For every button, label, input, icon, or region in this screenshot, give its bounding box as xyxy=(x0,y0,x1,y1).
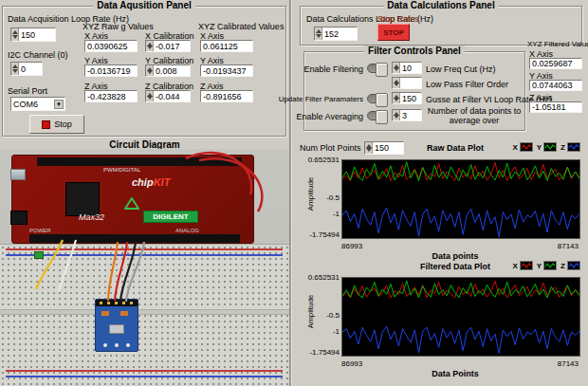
spinner-arrows-icon[interactable] xyxy=(146,65,154,76)
i2c-channel-input[interactable]: 0 xyxy=(10,62,43,76)
raw-values-header: XYZ Raw g Values xyxy=(83,22,154,31)
raw-x-value: 0.0390625 xyxy=(84,40,138,52)
calibrated-values-header: XYZ Calibrated Values xyxy=(198,22,284,31)
raw-data-chart xyxy=(341,159,580,239)
calc-loop-rate-input[interactable]: 152 xyxy=(314,27,358,41)
legend-entry-z[interactable]: Z xyxy=(560,261,580,270)
sensor-capacitor xyxy=(101,311,109,316)
chipkit-logo: chipKIT xyxy=(132,176,170,188)
raw-plot-legend: X Y Z xyxy=(512,142,580,152)
spinner-arrows-icon[interactable] xyxy=(11,63,19,75)
sensor-hole xyxy=(103,343,107,347)
legend-entry-y[interactable]: Y xyxy=(537,261,557,270)
enable-averaging-toggle[interactable] xyxy=(367,111,388,120)
avg-points-input[interactable]: 3 xyxy=(392,109,422,121)
acq-loop-rate-value: 150 xyxy=(21,30,35,40)
serial-port-dropdown[interactable]: COM6 ▼ xyxy=(10,97,65,111)
digilent-triangle-icon xyxy=(124,197,139,210)
raw-ytick-top: 0.652531 xyxy=(308,156,340,164)
raw-ytick-bot: -1.75494 xyxy=(309,230,340,239)
board-name-label: Max32 xyxy=(79,212,104,222)
enable-filtering-label: Enable Filtering xyxy=(303,64,363,74)
spinner-arrows-icon[interactable] xyxy=(146,91,154,101)
legend-entry-x[interactable]: X xyxy=(512,142,532,152)
max32-board: PWM/DIGITAL chipKIT Max32 DIGILENT POWER… xyxy=(11,155,254,244)
calculations-panel-title: Data Calculations Panel xyxy=(383,0,498,10)
sensor-pin xyxy=(115,302,118,304)
board-power-label: POWER xyxy=(29,228,51,233)
filtered-xlabel: Data Points xyxy=(379,369,531,378)
sensor-pin xyxy=(100,302,102,304)
spinner-arrows-icon[interactable] xyxy=(365,142,373,154)
stop-calcs-label: Stop Calcs xyxy=(377,14,419,24)
stop-acquisition-button[interactable]: Stop xyxy=(29,115,84,134)
filtered-ytick-top: 0.652531 xyxy=(308,273,340,282)
legend-swatch-y xyxy=(543,261,557,270)
power-jack xyxy=(10,211,28,225)
stop-button-label: Stop xyxy=(54,119,72,129)
spinner-arrows-icon[interactable] xyxy=(393,110,400,120)
spinner-arrows-icon[interactable] xyxy=(315,28,322,40)
filter-order-input[interactable] xyxy=(392,77,422,89)
pin-header-top xyxy=(37,157,242,166)
legend-swatch-x xyxy=(520,142,533,152)
breadboard-groove xyxy=(0,309,289,315)
spinner-arrows-icon[interactable] xyxy=(393,78,400,88)
update-params-label: Update Filter Paramaters xyxy=(279,95,363,103)
filtered-y-value: 0.0744063 xyxy=(529,80,582,91)
stop-calcs-button[interactable]: STOP xyxy=(377,24,410,41)
spinner-arrows-icon[interactable] xyxy=(393,93,400,103)
filtered-plot-legend: X Y Z xyxy=(512,261,580,270)
sensor-chip xyxy=(109,324,124,334)
legend-entry-z[interactable]: Z xyxy=(560,142,580,152)
loop-rate-guess-input[interactable]: 150 xyxy=(392,92,422,104)
filtered-ylabel: Amplitude xyxy=(306,288,315,336)
acquisition-panel-title: Data Aqusition Panel xyxy=(93,0,195,10)
filtered-ytick-mid1: -0.5 xyxy=(326,311,340,320)
raw-xtick-right: 87143 xyxy=(558,242,579,250)
legend-swatch-z xyxy=(567,142,580,152)
update-params-toggle[interactable] xyxy=(367,94,388,103)
legend-swatch-y xyxy=(543,142,557,152)
acq-loop-rate-input[interactable]: 150 xyxy=(10,28,56,42)
spinner-arrows-icon[interactable] xyxy=(146,41,154,51)
sensor-pin xyxy=(130,302,133,304)
filtered-x-value: 0.0259687 xyxy=(529,58,582,69)
board-analog-label: ANALOG xyxy=(175,228,199,233)
calibrated-y-value: -0.0193437 xyxy=(200,64,253,77)
pin-header-bottom xyxy=(29,234,240,243)
spinner-arrows-icon[interactable] xyxy=(11,28,19,41)
raw-xlabel: Data points xyxy=(379,251,531,261)
i2c-channel-value: 0 xyxy=(21,64,26,74)
sensor-capacitor xyxy=(120,311,128,316)
raw-ytick-mid1: -0.5 xyxy=(326,193,340,202)
filter-controls-panel: Filter Controls Panel Enable Filtering 1… xyxy=(303,51,525,131)
avg-points-label: Number of data points to average over xyxy=(426,107,523,126)
filtered-z-value: -1.05181 xyxy=(529,101,582,113)
enable-averaging-label: Enable Averaging xyxy=(297,112,363,121)
stop-square-icon xyxy=(42,120,50,129)
board-pwm-label: PWM/DIGITAL xyxy=(103,167,140,173)
raw-xtick-left: 86993 xyxy=(341,242,362,250)
low-freq-cut-input[interactable]: 10 xyxy=(392,62,422,74)
sensor-hole xyxy=(126,343,130,347)
x-calibration-input[interactable]: -0.017 xyxy=(145,40,191,52)
num-plot-points-label: Num Plot Points xyxy=(300,143,361,153)
enable-filtering-toggle[interactable] xyxy=(367,64,388,73)
filtered-xtick-right: 87143 xyxy=(558,359,579,368)
i2c-channel-label: I2C Channel (0) xyxy=(8,50,68,60)
dropdown-arrow-icon[interactable]: ▼ xyxy=(54,100,64,109)
legend-swatch-x xyxy=(520,261,533,270)
y-calibration-input[interactable]: 0.008 xyxy=(145,64,191,77)
z-calibration-input[interactable]: -0.044 xyxy=(145,90,191,102)
legend-entry-y[interactable]: Y xyxy=(537,142,557,152)
calibrated-x-value: 0.061125 xyxy=(200,40,253,52)
raw-ylabel: Amplitude xyxy=(306,171,315,218)
filtered-ytick-bot: -1.75494 xyxy=(309,348,340,357)
raw-ytick-mid2: -1 xyxy=(333,210,340,218)
serial-port-label: Serial Port xyxy=(8,86,47,96)
legend-entry-x[interactable]: X xyxy=(512,261,532,270)
filter-panel-title: Filter Controls Panel xyxy=(364,46,465,56)
spinner-arrows-icon[interactable] xyxy=(393,63,400,73)
accelerometer-module xyxy=(95,299,138,352)
